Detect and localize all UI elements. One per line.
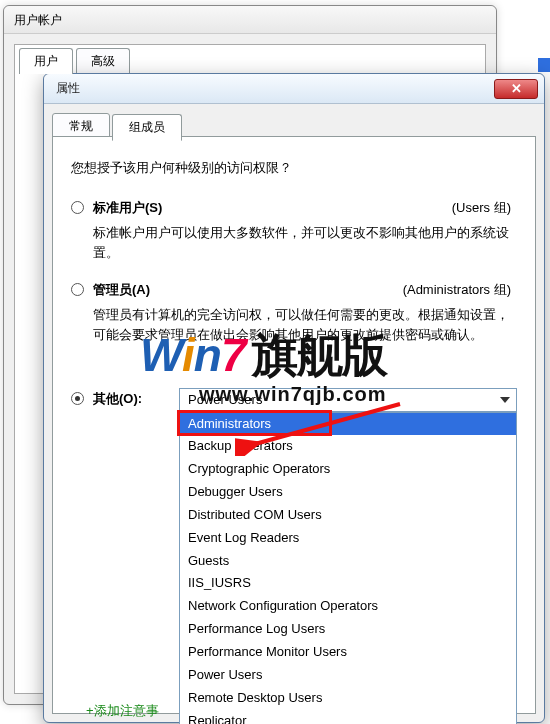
dropdown-item-network-configuration-operators[interactable]: Network Configuration Operators (180, 595, 516, 618)
dropdown-selected-text: Power Users (188, 392, 262, 407)
properties-body: 常规 组成员 您想授予该用户何种级别的访问权限？ 标准用户(S) (Users … (52, 110, 536, 714)
dropdown-item-performance-monitor-users[interactable]: Performance Monitor Users (180, 641, 516, 664)
dropdown-item-guests[interactable]: Guests (180, 550, 516, 573)
radio-standard-user[interactable] (71, 201, 84, 214)
dropdown-item-administrators[interactable]: Administrators (180, 413, 516, 436)
option-admin-title: 管理员(A) (93, 281, 150, 299)
dropdown-item-replicator[interactable]: Replicator (180, 710, 516, 724)
option-standard-group: (Users 组) (452, 199, 517, 217)
back-tabstrip: 用户 高级 (15, 44, 485, 74)
dropdown-item-iis-iusrs[interactable]: IIS_IUSRS (180, 572, 516, 595)
dropdown-item-debugger-users[interactable]: Debugger Users (180, 481, 516, 504)
close-button[interactable]: ✕ (494, 79, 538, 99)
tab-advanced[interactable]: 高级 (76, 48, 130, 74)
back-window-title: 用户帐户 (14, 13, 62, 27)
dropdown-selected[interactable]: Power Users (179, 388, 517, 412)
option-admin-desc: 管理员有计算机的完全访问权，可以做任何需要的更改。根据通知设置，可能会要求管理员… (93, 305, 517, 345)
option-administrator: 管理员(A) (Administrators 组) 管理员有计算机的完全访问权，… (71, 281, 517, 345)
dropdown-list: Administrators Backup Operators Cryptogr… (179, 412, 517, 724)
tab-member-of[interactable]: 组成员 (112, 114, 182, 141)
option-admin-group: (Administrators 组) (403, 281, 517, 299)
dropdown-item-remote-desktop-users[interactable]: Remote Desktop Users (180, 687, 516, 710)
option-standard-title: 标准用户(S) (93, 199, 162, 217)
dropdown-item-distributed-com-users[interactable]: Distributed COM Users (180, 504, 516, 527)
tab-panel-member-of: 您想授予该用户何种级别的访问权限？ 标准用户(S) (Users 组) 标准帐户… (52, 136, 536, 714)
dropdown-item-event-log-readers[interactable]: Event Log Readers (180, 527, 516, 550)
add-note-link[interactable]: +添加注意事 (86, 702, 159, 720)
properties-title: 属性 (56, 80, 80, 97)
dropdown-item-power-users[interactable]: Power Users (180, 664, 516, 687)
other-group-dropdown: Power Users Administrators Backup Operat… (179, 388, 517, 412)
option-standard-user: 标准用户(S) (Users 组) 标准帐户用户可以使用大多数软件，并可以更改不… (71, 199, 517, 263)
dropdown-item-backup-operators[interactable]: Backup Operators (180, 435, 516, 458)
right-window-hint (538, 58, 550, 72)
option-other-title: 其他(O): (93, 390, 142, 408)
radio-administrator[interactable] (71, 283, 84, 296)
radio-other[interactable] (71, 392, 84, 405)
access-level-question: 您想授予该用户何种级别的访问权限？ (71, 159, 517, 177)
inner-tabstrip: 常规 组成员 (52, 110, 536, 136)
dropdown-item-performance-log-users[interactable]: Performance Log Users (180, 618, 516, 641)
option-standard-desc: 标准帐户用户可以使用大多数软件，并可以更改不影响其他用户的系统设置。 (93, 223, 517, 263)
properties-titlebar: 属性 ✕ (44, 74, 544, 104)
close-icon: ✕ (511, 81, 522, 96)
dropdown-item-cryptographic-operators[interactable]: Cryptographic Operators (180, 458, 516, 481)
tab-users[interactable]: 用户 (19, 48, 73, 74)
back-window-titlebar: 用户帐户 (4, 6, 496, 34)
properties-dialog: 属性 ✕ 常规 组成员 您想授予该用户何种级别的访问权限？ 标准用户(S) (U… (43, 73, 545, 723)
